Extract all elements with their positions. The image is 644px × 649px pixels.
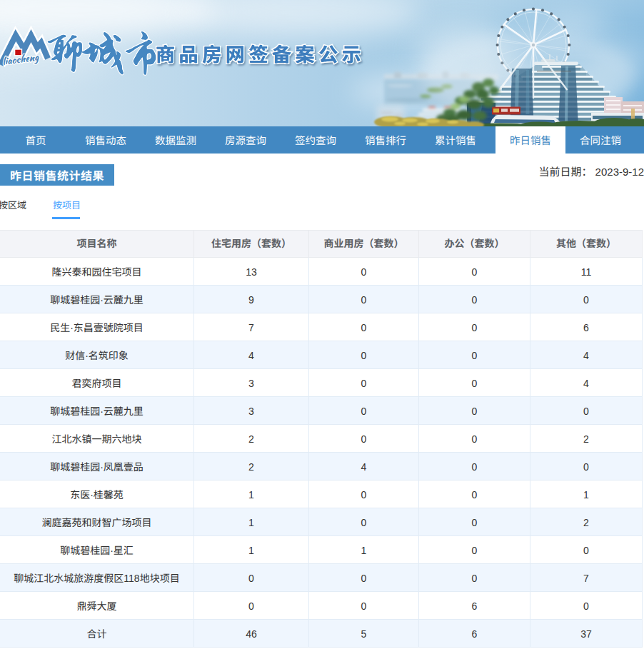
svg-text:聊城市: 聊城市 (44, 31, 158, 77)
svg-text:商品房网签备案公示: 商品房网签备案公示 (156, 39, 365, 67)
